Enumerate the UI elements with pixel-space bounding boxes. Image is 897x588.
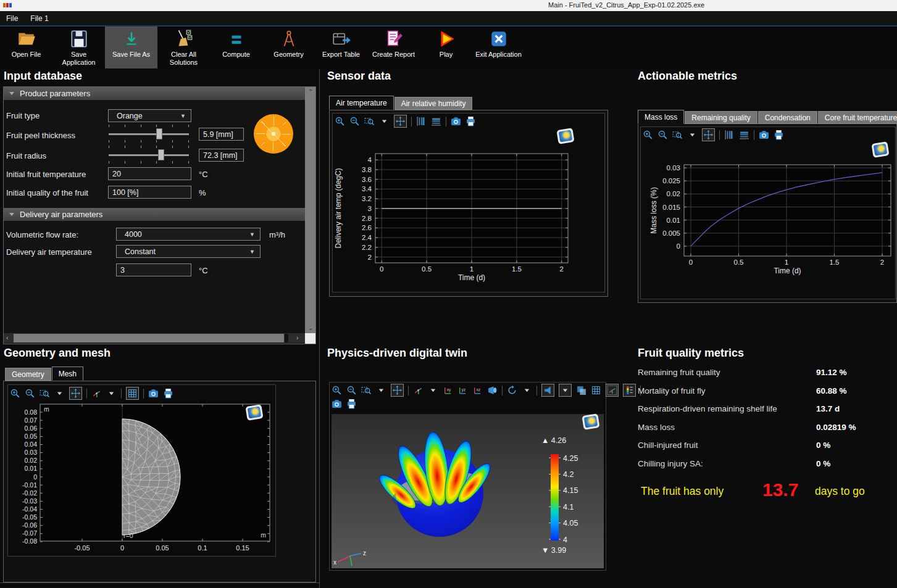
camera-icon[interactable] xyxy=(332,399,342,409)
flow-rate-dropdown[interactable]: 4000▼ xyxy=(116,228,261,241)
window-titlebar[interactable]: Main - FruiTed_v2_Citrus_App_Exp-01.02.2… xyxy=(0,0,897,11)
zoom-out-icon[interactable] xyxy=(349,116,360,126)
print-icon[interactable] xyxy=(774,130,784,140)
input-horizontal-scrollbar[interactable]: ‹ › xyxy=(4,333,305,343)
zoom-box-icon[interactable] xyxy=(361,385,372,395)
camera-icon[interactable] xyxy=(759,130,769,140)
toolbar-geometry-button[interactable]: Geometry xyxy=(262,27,315,68)
fruit-radius-slider-track[interactable] xyxy=(109,154,189,156)
air-temp-value-input[interactable] xyxy=(116,263,191,276)
zoom-in-icon[interactable] xyxy=(332,385,342,395)
toolbar-exit-application-button[interactable]: Exit Application xyxy=(472,27,525,68)
menu-item-file[interactable]: File xyxy=(0,11,24,25)
input-vertical-scrollbar[interactable]: ⌃ ⌄ xyxy=(305,87,315,333)
print-icon[interactable] xyxy=(163,388,173,399)
peel-thickness-slider[interactable] xyxy=(109,125,189,143)
log-y-icon[interactable] xyxy=(724,130,735,140)
zoom-in-icon[interactable] xyxy=(643,130,653,140)
fruit-radius-slider[interactable] xyxy=(109,146,189,164)
toolbar-play-button[interactable]: Play xyxy=(420,27,472,68)
fruit-type-dropdown[interactable]: Orange▼ xyxy=(108,109,191,122)
tab-mass-loss[interactable]: Mass loss xyxy=(638,110,684,124)
camera-icon[interactable] xyxy=(148,388,159,399)
tab-geometry[interactable]: Geometry xyxy=(5,368,51,381)
quality-row-label: Mass loss xyxy=(638,423,675,432)
grid-icon[interactable] xyxy=(591,385,601,395)
caret-icon[interactable] xyxy=(106,388,117,399)
scrollbar-thumb[interactable] xyxy=(14,334,284,342)
svg-text:y: y xyxy=(350,567,353,568)
caret-icon[interactable] xyxy=(376,385,386,395)
svg-text:xy: xy xyxy=(446,387,451,392)
toolbar-export-table-button[interactable]: Export Table xyxy=(315,27,367,68)
fit-icon[interactable] xyxy=(702,128,715,141)
log-y-icon[interactable] xyxy=(416,116,427,126)
digital-twin-3d-view[interactable]: 4.254.24.154.14.054▲ 4.26▼ 3.99 x y z xyxy=(332,414,604,568)
flow-rate-unit: m³/h xyxy=(269,230,285,239)
zoom-in-icon[interactable] xyxy=(335,116,345,126)
fit-icon[interactable] xyxy=(391,384,404,397)
toolbar-compute-button[interactable]: Compute xyxy=(210,27,262,68)
peel-thickness-slider-handle[interactable] xyxy=(156,128,162,139)
fruit-radius-slider-handle[interactable] xyxy=(158,149,164,160)
fit-icon[interactable] xyxy=(394,115,407,128)
tab-remaining-quality[interactable]: Remaining quality xyxy=(685,111,757,124)
massloss-chart[interactable]: 00.511.5200.0050.010.0150.020.0250.03Tim… xyxy=(642,152,896,281)
transparency-icon[interactable] xyxy=(576,385,586,395)
zoom-out-icon[interactable] xyxy=(346,385,357,395)
toolbar-save-application-button[interactable]: Save Application xyxy=(52,27,105,68)
tab-condensation[interactable]: Condensation xyxy=(758,111,817,124)
tab-air-temperature[interactable]: Air temperature xyxy=(329,96,394,110)
fit-icon[interactable] xyxy=(69,387,82,400)
camera-icon[interactable] xyxy=(451,116,461,126)
caret-icon[interactable] xyxy=(428,385,438,395)
delivery-air-parameters-header[interactable]: Delivery air parameters xyxy=(4,208,305,221)
rotate-icon[interactable] xyxy=(507,385,517,395)
fruit-radius-value[interactable]: 72.3 [mm] xyxy=(199,149,244,162)
caret-icon[interactable] xyxy=(522,385,532,395)
zoom-out-icon[interactable] xyxy=(25,388,35,399)
tab-core-fruit-temperature[interactable]: Core fruit temperature xyxy=(818,111,897,124)
caret-icon[interactable] xyxy=(379,116,390,126)
peel-thickness-value[interactable]: 5.9 [mm] xyxy=(199,128,244,141)
axes-icon[interactable] xyxy=(91,388,102,399)
zoom-in-icon[interactable] xyxy=(10,388,20,399)
axes-icon[interactable] xyxy=(413,385,423,395)
initial-temp-input[interactable] xyxy=(108,167,191,180)
perspective-icon[interactable] xyxy=(487,385,498,395)
toolbar-create-report-button[interactable]: Create Report xyxy=(367,27,420,68)
svg-text:2: 2 xyxy=(368,254,372,261)
menu-item-file-1[interactable]: File 1 xyxy=(24,11,54,25)
zoom-box-icon[interactable] xyxy=(40,388,50,399)
axes-box-icon[interactable] xyxy=(606,384,619,397)
view-yz-icon[interactable]: yz xyxy=(457,385,468,395)
toolbar-clear-all-solutions-button[interactable]: Clear All Solutions xyxy=(157,27,210,68)
view-xy-icon[interactable]: xy xyxy=(443,385,453,395)
print-icon[interactable] xyxy=(465,116,476,126)
caret-icon[interactable] xyxy=(559,384,572,397)
tab-mesh[interactable]: Mesh xyxy=(52,366,83,381)
scene-light-icon[interactable] xyxy=(541,384,554,397)
air-temp-mode-dropdown[interactable]: Constant▼ xyxy=(116,245,261,258)
view-xz-icon[interactable]: xz xyxy=(472,385,483,395)
zoom-box-icon[interactable] xyxy=(672,130,683,140)
legend-icon[interactable] xyxy=(623,384,636,397)
initial-quality-input[interactable] xyxy=(108,186,191,199)
peel-thickness-slider-track[interactable] xyxy=(109,133,189,135)
log-x-icon[interactable] xyxy=(739,130,749,140)
zoom-out-icon[interactable] xyxy=(657,130,668,140)
tab-air-relative-humidity[interactable]: Air relative humidity xyxy=(394,97,473,110)
log-x-icon[interactable] xyxy=(431,116,441,126)
toolbar-save-file-as-button[interactable]: Save File As xyxy=(105,27,157,68)
caret-icon[interactable] xyxy=(687,130,698,140)
zoom-box-icon[interactable] xyxy=(364,116,375,126)
svg-text:0.02: 0.02 xyxy=(667,190,680,197)
caret-icon[interactable] xyxy=(54,388,65,399)
mesh-plot[interactable]: -0.0500.050.10.150.080.070.060.050.040.0… xyxy=(8,402,275,555)
product-parameters-header[interactable]: Product parameters xyxy=(4,87,305,100)
sensor-chart[interactable]: 00.511.5222.22.42.62.833.23.43.63.84Time… xyxy=(333,128,603,291)
grid-icon[interactable] xyxy=(126,387,139,400)
print-icon[interactable] xyxy=(346,399,357,409)
svg-text:2.2: 2.2 xyxy=(362,244,372,251)
toolbar-open-file-button[interactable]: Open File xyxy=(0,27,52,68)
